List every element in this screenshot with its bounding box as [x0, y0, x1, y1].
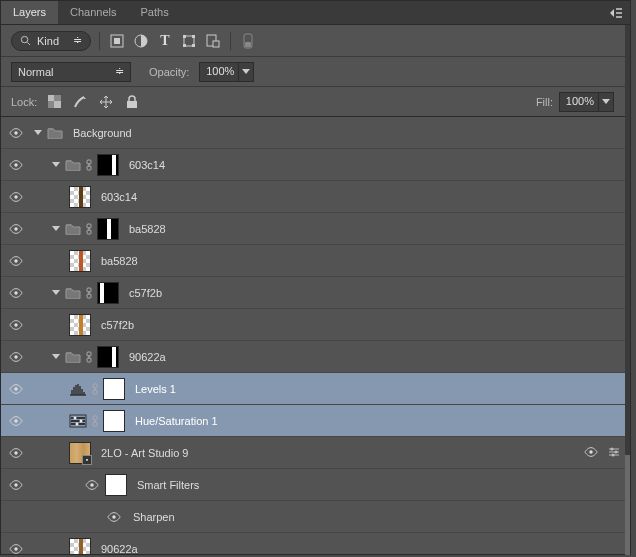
visibility-toggle[interactable]: [7, 287, 25, 299]
layer-row[interactable]: 90622a: [1, 341, 630, 373]
layer-name[interactable]: 90622a: [129, 351, 166, 363]
layer-row[interactable]: c57f2b: [1, 309, 630, 341]
svg-point-22: [14, 227, 18, 231]
layer-row[interactable]: Smart Filters: [1, 469, 630, 501]
layer-row[interactable]: c57f2b: [1, 277, 630, 309]
layer-row[interactable]: 603c14: [1, 181, 630, 213]
lock-label: Lock:: [11, 96, 37, 108]
layer-name[interactable]: Smart Filters: [137, 479, 199, 491]
twist-icon[interactable]: [33, 128, 43, 138]
svg-point-17: [14, 131, 18, 135]
visibility-toggle[interactable]: [105, 511, 123, 523]
layer-name[interactable]: 2LO - Art Studio 9: [101, 447, 188, 459]
layer-name[interactable]: 90622a: [101, 543, 138, 555]
layer-row[interactable]: 90622a: [1, 533, 630, 554]
fill-stepper[interactable]: 100%: [559, 92, 614, 112]
panel-tabs: Layers Channels Paths: [1, 1, 630, 25]
layer-row[interactable]: ▪2LO - Art Studio 9: [1, 437, 630, 469]
filter-pixel-icon[interactable]: [108, 32, 126, 50]
visibility-toggle[interactable]: [7, 415, 25, 427]
layer-name[interactable]: Sharpen: [133, 511, 175, 523]
svg-point-42: [80, 419, 83, 422]
filter-toggle-switch[interactable]: [239, 32, 257, 50]
svg-point-54: [14, 547, 18, 551]
panel-menu-button[interactable]: [602, 1, 630, 24]
svg-rect-5: [183, 35, 186, 38]
layer-name[interactable]: 603c14: [101, 191, 137, 203]
svg-rect-38: [71, 417, 85, 419]
hue-saturation-icon: [69, 413, 87, 429]
visibility-toggle[interactable]: [7, 127, 25, 139]
layer-name[interactable]: Levels 1: [135, 383, 176, 395]
filter-adjustment-icon[interactable]: [132, 32, 150, 50]
lock-all-icon[interactable]: [123, 93, 141, 111]
layer-name[interactable]: 603c14: [129, 159, 165, 171]
fill-flyout[interactable]: [598, 92, 614, 112]
layer-mask-thumb[interactable]: [103, 378, 125, 400]
twist-icon[interactable]: [51, 288, 61, 298]
visibility-toggle[interactable]: [7, 447, 25, 459]
visibility-toggle[interactable]: [7, 319, 25, 331]
layer-row[interactable]: ba5828: [1, 213, 630, 245]
smart-filter-visibility-icon[interactable]: [584, 446, 598, 460]
layer-row[interactable]: Sharpen: [1, 501, 630, 533]
layer-row[interactable]: Hue/Saturation 1: [1, 405, 630, 437]
lock-position-icon[interactable]: [97, 93, 115, 111]
flyout-icon: [610, 8, 622, 18]
lock-image-icon[interactable]: [71, 93, 89, 111]
visibility-toggle[interactable]: [7, 543, 25, 555]
lock-transparency-icon[interactable]: [45, 93, 63, 111]
visibility-toggle[interactable]: [7, 191, 25, 203]
visibility-toggle[interactable]: [7, 255, 25, 267]
twist-icon[interactable]: [51, 352, 61, 362]
svg-rect-8: [192, 44, 195, 47]
fill-label: Fill:: [536, 96, 553, 108]
layer-row[interactable]: Levels 1: [1, 373, 630, 405]
tab-paths[interactable]: Paths: [129, 1, 181, 24]
opacity-stepper[interactable]: 100%: [199, 62, 254, 82]
svg-point-51: [14, 483, 18, 487]
layer-row[interactable]: 603c14: [1, 149, 630, 181]
tab-layers[interactable]: Layers: [1, 1, 58, 24]
layer-name[interactable]: c57f2b: [129, 287, 162, 299]
filter-shape-icon[interactable]: [180, 32, 198, 50]
opacity-flyout[interactable]: [238, 62, 254, 82]
svg-point-21: [14, 195, 18, 199]
visibility-toggle[interactable]: [7, 479, 25, 491]
layer-row[interactable]: ba5828: [1, 245, 630, 277]
svg-point-43: [76, 422, 79, 425]
layer-name[interactable]: ba5828: [129, 223, 166, 235]
layer-name[interactable]: Hue/Saturation 1: [135, 415, 218, 427]
tab-channels[interactable]: Channels: [58, 1, 128, 24]
svg-point-25: [14, 259, 18, 263]
visibility-toggle[interactable]: [7, 383, 25, 395]
blend-mode-dropdown[interactable]: Normal≑: [11, 62, 131, 82]
layer-mask-thumb[interactable]: [103, 410, 125, 432]
layer-name[interactable]: c57f2b: [101, 319, 134, 331]
twist-icon[interactable]: [51, 224, 61, 234]
svg-rect-16: [127, 101, 137, 108]
svg-rect-6: [192, 35, 195, 38]
visibility-toggle[interactable]: [7, 159, 25, 171]
filter-kind-dropdown[interactable]: Kind ≑: [11, 31, 91, 51]
layer-name[interactable]: Background: [73, 127, 132, 139]
filter-type-icon[interactable]: T: [156, 32, 174, 50]
visibility-toggle[interactable]: [7, 223, 25, 235]
layer-row[interactable]: Background: [1, 117, 630, 149]
visibility-toggle[interactable]: [7, 351, 25, 363]
filter-mask-thumb[interactable]: [105, 474, 127, 496]
filter-smartobject-icon[interactable]: [204, 32, 222, 50]
layers-panel: Layers Channels Paths Kind ≑ T Normal≑ O…: [0, 0, 631, 555]
layer-name[interactable]: ba5828: [101, 255, 138, 267]
scroll-thumb[interactable]: [625, 455, 630, 555]
layers-list[interactable]: Background603c14603c14ba5828ba5828c57f2b…: [1, 117, 630, 554]
svg-point-33: [14, 387, 18, 391]
svg-point-53: [112, 515, 116, 519]
svg-rect-14: [48, 95, 54, 101]
svg-point-52: [90, 483, 94, 487]
twist-icon[interactable]: [51, 160, 61, 170]
scrollbar[interactable]: [625, 25, 630, 554]
visibility-toggle[interactable]: [83, 479, 101, 491]
filter-edit-icon[interactable]: [608, 446, 620, 460]
opacity-label: Opacity:: [149, 66, 189, 78]
